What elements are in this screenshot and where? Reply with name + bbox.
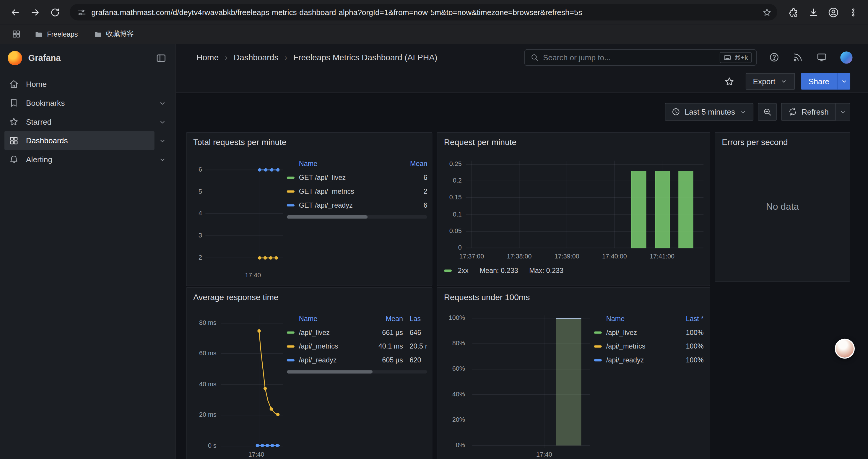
- panel-title[interactable]: Requests under 100ms: [444, 292, 530, 302]
- sidebar-collapse-icon[interactable]: [156, 53, 167, 64]
- extensions-icon[interactable]: [784, 3, 803, 22]
- series-swatch: [594, 331, 602, 333]
- legend-header-last[interactable]: Las: [403, 315, 427, 323]
- sidebar-item-home[interactable]: Home: [0, 75, 176, 94]
- refresh-button[interactable]: Refresh: [781, 103, 836, 121]
- grafana-sidebar: Grafana Home Bookmarks Starred Dashboard…: [0, 44, 176, 459]
- legend-row[interactable]: GET /api/_metrics 2: [287, 184, 428, 198]
- zoom-out-button[interactable]: [758, 103, 777, 121]
- share-dropdown-button[interactable]: [837, 73, 850, 90]
- legend-scrollbar[interactable]: [287, 370, 428, 374]
- user-avatar[interactable]: [840, 51, 852, 63]
- legend-row[interactable]: /api/_readyz 100%: [594, 353, 704, 367]
- reload-button[interactable]: [45, 3, 64, 22]
- url-input[interactable]: [91, 8, 762, 17]
- bookmark-label: 收藏博客: [106, 29, 134, 39]
- bookmark-folder-freeleaps[interactable]: Freeleaps: [29, 28, 83, 41]
- legend-header-name[interactable]: Name: [299, 315, 371, 323]
- menu-icon[interactable]: [844, 3, 863, 22]
- browser-toolbar: [0, 0, 868, 24]
- y-tick: 3: [190, 232, 202, 238]
- sidebar-item-starred[interactable]: Starred: [0, 112, 176, 131]
- display-icon[interactable]: [816, 52, 827, 63]
- series-swatch: [444, 270, 452, 272]
- apps-grid-icon[interactable]: [8, 26, 24, 42]
- bookmark-folder-blogs[interactable]: 收藏博客: [88, 27, 139, 41]
- legend-row[interactable]: /api/_metrics 40.1 ms 20.5 r: [287, 339, 428, 353]
- legend-row[interactable]: /api/_readyz 605 µs 620: [287, 353, 428, 367]
- timeseries-plot[interactable]: [221, 316, 283, 459]
- bell-icon: [9, 155, 19, 165]
- help-icon[interactable]: [769, 52, 780, 63]
- sidebar-item-bookmarks[interactable]: Bookmarks: [0, 94, 176, 112]
- legend-header-name[interactable]: Name: [606, 315, 675, 323]
- legend-header-mean[interactable]: Mean: [395, 160, 428, 168]
- chevron-down-icon[interactable]: [155, 118, 170, 126]
- y-tick: 60%: [437, 365, 465, 372]
- y-tick: 0.05: [437, 227, 462, 234]
- time-range-picker[interactable]: Last 5 minutes: [665, 103, 753, 121]
- series-swatch: [287, 176, 294, 178]
- chevron-down-icon[interactable]: [155, 136, 170, 145]
- panel-request-per-minute: Request per minute 0.25 0.2 0.15 0.1 0.0…: [437, 132, 710, 286]
- y-tick: 5: [190, 188, 202, 195]
- breadcrumb-dashboards[interactable]: Dashboards: [234, 53, 279, 62]
- legend-row[interactable]: /api/_livez 661 µs 646: [287, 326, 428, 339]
- legend-header-last[interactable]: Last *: [675, 315, 704, 323]
- forward-button[interactable]: [25, 3, 44, 22]
- search-input[interactable]: [543, 53, 720, 62]
- panel-title[interactable]: Total requests per minute: [193, 137, 286, 147]
- y-tick: 0%: [437, 441, 465, 448]
- breadcrumb-separator: ›: [225, 53, 227, 62]
- sidebar-item-dashboards[interactable]: Dashboards: [0, 131, 176, 150]
- area-plot[interactable]: [471, 316, 592, 448]
- sidebar-item-alerting[interactable]: Alerting: [0, 150, 176, 169]
- bar-plot[interactable]: [466, 160, 704, 249]
- downloads-icon[interactable]: [804, 3, 823, 22]
- legend-row[interactable]: /api/_livez 100%: [594, 326, 704, 339]
- news-icon[interactable]: [793, 52, 803, 63]
- panel-title[interactable]: Average response time: [193, 292, 279, 302]
- timeseries-plot[interactable]: [205, 165, 283, 264]
- search-box[interactable]: ⌘+k: [524, 49, 756, 66]
- legend-table: Name Mean GET /api/_livez 6 GET /api/_me…: [287, 157, 428, 219]
- profile-icon[interactable]: [824, 3, 843, 22]
- y-tick: 0: [437, 244, 462, 251]
- chevron-down-icon: [740, 108, 747, 115]
- legend-row[interactable]: 2xx Mean: 0.233 Max: 0.233: [444, 267, 563, 274]
- series-swatch: [287, 331, 294, 333]
- panel-requests-under-100ms: Requests under 100ms 100% 80% 60% 40% 20…: [437, 287, 710, 459]
- x-tick: 17:37:00: [454, 253, 489, 259]
- back-button[interactable]: [6, 3, 25, 22]
- chevron-down-icon: [839, 108, 846, 115]
- legend-row[interactable]: GET /api/_readyz 6: [287, 198, 428, 212]
- scrollbar-thumb[interactable]: [287, 370, 373, 374]
- legend-header-mean[interactable]: Mean: [371, 315, 403, 323]
- legend-row[interactable]: GET /api/_livez 6: [287, 170, 428, 184]
- export-button[interactable]: Export: [746, 73, 795, 90]
- refresh-interval-dropdown[interactable]: [836, 103, 850, 121]
- legend-row[interactable]: /api/_metrics 100%: [594, 339, 704, 353]
- brand-title: Grafana: [28, 53, 156, 63]
- legend-header-name[interactable]: Name: [299, 160, 395, 168]
- dashboard-actions: Export Share: [176, 70, 868, 93]
- series-swatch: [594, 345, 602, 347]
- site-settings-icon[interactable]: [77, 7, 86, 17]
- chevron-down-icon[interactable]: [155, 99, 170, 107]
- favorite-star-icon[interactable]: [724, 76, 735, 87]
- assistant-avatar[interactable]: [835, 339, 855, 359]
- address-bar[interactable]: [70, 4, 777, 21]
- y-tick: 0.2: [437, 177, 462, 184]
- scrollbar-thumb[interactable]: [287, 215, 368, 219]
- chevron-down-icon[interactable]: [155, 155, 170, 164]
- grafana-logo[interactable]: [8, 51, 22, 65]
- bookmark-star-icon[interactable]: [762, 7, 772, 17]
- share-button[interactable]: Share: [801, 73, 837, 90]
- legend-scrollbar[interactable]: [287, 215, 428, 219]
- main-area: Home › Dashboards › Freeleaps Metrics Da…: [176, 44, 868, 459]
- y-tick: 2: [190, 254, 202, 261]
- breadcrumb-home[interactable]: Home: [196, 53, 219, 62]
- legend-stat-max: Max: 0.233: [529, 267, 563, 274]
- panel-title[interactable]: Request per minute: [444, 137, 517, 147]
- x-tick: 17:40: [531, 451, 557, 458]
